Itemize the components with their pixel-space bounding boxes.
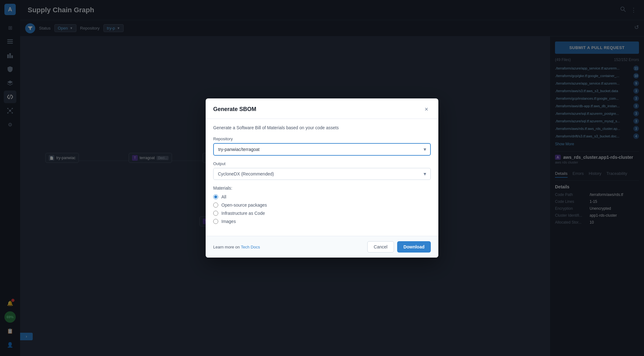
modal-title: Generate SBOM (213, 106, 256, 113)
modal-footer: Learn more on Tech Docs Cancel Download (206, 236, 438, 258)
repository-select-wrapper: try-panwiac/terragoat ▼ (213, 143, 431, 156)
radio-item-opensource[interactable]: Open-source packages (213, 203, 431, 208)
radio-opensource[interactable] (213, 203, 218, 208)
radio-all[interactable] (213, 194, 218, 199)
modal-overlay[interactable]: Generate SBOM × Generate a Software Bill… (0, 0, 644, 356)
materials-radio-group: All Open-source packages Infrastructure … (213, 194, 431, 224)
radio-all-label: All (221, 194, 226, 199)
download-button[interactable]: Download (397, 241, 431, 253)
generate-sbom-modal: Generate SBOM × Generate a Software Bill… (206, 98, 438, 258)
modal-close-button[interactable]: × (422, 105, 431, 114)
output-label: Output (213, 161, 431, 166)
radio-iac[interactable] (213, 211, 218, 216)
modal-body: Generate a Software Bill of Materials ba… (206, 119, 438, 236)
radio-images-label: Images (221, 219, 236, 224)
radio-item-all[interactable]: All (213, 194, 431, 199)
modal-header: Generate SBOM × (206, 98, 438, 119)
footer-learn: Learn more on Tech Docs (213, 245, 260, 249)
radio-item-iac[interactable]: Infrastructure as Code (213, 211, 431, 216)
output-select-wrapper: CycloneDX (Recommended) ▼ (213, 168, 431, 180)
materials-field: Materials: All Open-source packages Infr… (213, 186, 431, 224)
output-field: Output CycloneDX (Recommended) ▼ (213, 161, 431, 180)
cancel-button[interactable]: Cancel (367, 241, 394, 253)
repository-label: Repository (213, 136, 431, 141)
radio-opensource-label: Open-source packages (221, 203, 267, 208)
repository-select[interactable]: try-panwiac/terragoat (213, 143, 431, 156)
modal-description: Generate a Software Bill of Materials ba… (213, 125, 431, 130)
radio-item-images[interactable]: Images (213, 219, 431, 224)
radio-iac-label: Infrastructure as Code (221, 211, 265, 216)
tech-docs-link[interactable]: Tech Docs (241, 245, 260, 249)
materials-label: Materials: (213, 186, 431, 191)
repository-field: Repository try-panwiac/terragoat ▼ (213, 136, 431, 156)
footer-actions: Cancel Download (367, 241, 431, 253)
radio-images[interactable] (213, 219, 218, 224)
output-select[interactable]: CycloneDX (Recommended) (213, 168, 431, 180)
